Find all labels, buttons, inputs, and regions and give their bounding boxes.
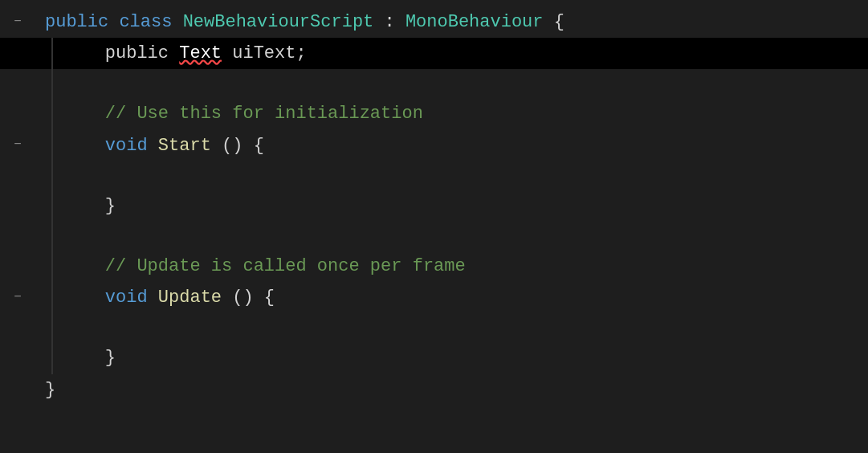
code-line (0, 313, 868, 342)
code-content: // Update is called once per frame (53, 251, 868, 282)
code-content: void Update () { (53, 282, 868, 313)
code-token (63, 252, 105, 280)
code-token (63, 132, 105, 160)
code-content (53, 313, 868, 342)
code-token: // Use this for initialization (105, 100, 423, 128)
code-token: Update (158, 284, 222, 312)
code-token: public (63, 39, 179, 67)
code-content: public class NewBehaviourScript : MonoBe… (35, 6, 868, 38)
code-token (148, 132, 158, 160)
code-token: Text (179, 39, 222, 67)
gutter-fold (0, 69, 35, 98)
code-token (108, 8, 119, 36)
code-content: void Start () { (53, 130, 868, 161)
code-token: } (63, 344, 116, 372)
gutter-fold (0, 251, 35, 282)
code-token: Start (158, 132, 211, 160)
code-token: NewBehaviourScript (183, 8, 374, 36)
gutter-fold (0, 313, 35, 342)
code-content (53, 161, 868, 190)
code-token (148, 284, 158, 312)
code-content: } (35, 374, 868, 406)
code-line: } (0, 342, 868, 373)
code-token: } (45, 376, 55, 404)
code-token: void (105, 284, 148, 312)
code-line: − void Update () { (0, 282, 868, 313)
code-line: public Text uiText; (0, 38, 868, 69)
code-content: public Text uiText; (53, 38, 868, 69)
code-token (63, 100, 105, 128)
code-token: // Update is called once per frame (105, 252, 466, 280)
code-line (0, 161, 868, 190)
code-line: −public class NewBehaviourScript : MonoB… (0, 6, 868, 38)
code-content: } (53, 342, 868, 373)
code-token: class (119, 8, 172, 36)
code-token: () { (211, 132, 264, 160)
gutter-fold (0, 161, 35, 190)
code-token: : (373, 8, 405, 36)
gutter-fold[interactable]: − (0, 6, 35, 38)
code-token: MonoBehaviour (405, 8, 544, 36)
code-content: } (53, 190, 868, 222)
gutter-fold (0, 38, 35, 69)
code-token (172, 8, 182, 36)
code-content: // Use this for initialization (53, 98, 868, 129)
fold-button[interactable]: − (14, 288, 22, 308)
code-line: // Update is called once per frame (0, 251, 868, 282)
code-editor: −public class NewBehaviourScript : MonoB… (0, 0, 868, 453)
code-line: } (0, 374, 868, 406)
fold-button[interactable]: − (14, 12, 22, 33)
gutter-fold (0, 342, 35, 373)
gutter-fold[interactable]: − (0, 130, 35, 161)
code-token (63, 284, 105, 312)
code-line (0, 69, 868, 98)
gutter-fold (0, 98, 35, 129)
code-line: // Use this for initialization (0, 98, 868, 129)
code-token: } (63, 192, 116, 220)
code-content (53, 69, 868, 98)
gutter-fold[interactable]: − (0, 282, 35, 313)
gutter-fold (0, 222, 35, 251)
code-line: } (0, 190, 868, 222)
code-token: () { (222, 284, 275, 312)
code-token: void (105, 132, 148, 160)
code-token: uiText; (222, 39, 307, 67)
code-content (53, 222, 868, 251)
code-line (0, 222, 868, 251)
gutter-fold (0, 374, 35, 406)
code-line: − void Start () { (0, 130, 868, 161)
code-token: public (45, 8, 108, 36)
fold-button[interactable]: − (14, 135, 22, 156)
gutter-fold (0, 190, 35, 222)
code-token: { (544, 8, 564, 36)
